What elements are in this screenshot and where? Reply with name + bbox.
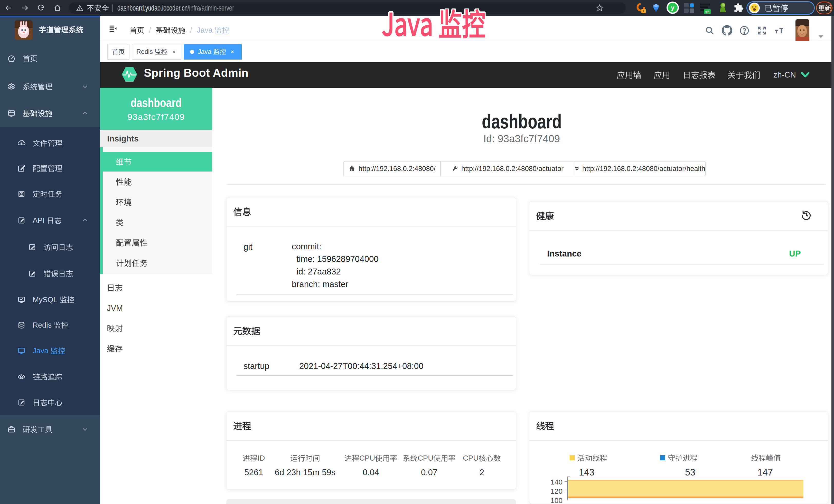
svg-text:1: 1 bbox=[642, 9, 644, 13]
svg-text:on: on bbox=[705, 10, 709, 14]
svg-text:y: y bbox=[671, 4, 675, 11]
